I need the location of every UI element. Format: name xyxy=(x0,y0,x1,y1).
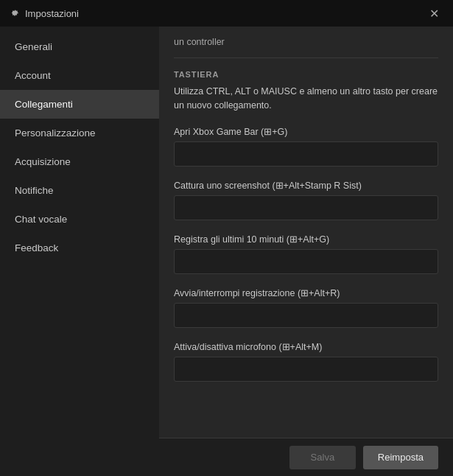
shortcut-screenshot-label: Cattura uno screenshot (⊞+Alt+Stamp R Si… xyxy=(174,180,438,191)
sidebar-item-notifiche[interactable]: Notifiche xyxy=(0,176,159,205)
shortcut-last-10-label: Registra gli ultimi 10 minuti (⊞+Alt+G) xyxy=(174,234,438,245)
titlebar: Impostazioni ✕ xyxy=(0,0,453,27)
reset-button[interactable]: Reimposta xyxy=(363,446,438,469)
shortcut-record-input[interactable] xyxy=(174,303,438,328)
shortcut-mic: Attiva/disattiva microfono (⊞+Alt+M) xyxy=(174,341,438,382)
shortcut-last-10-keys: (⊞+Alt+G) xyxy=(287,234,329,245)
save-button[interactable]: Salva xyxy=(289,446,356,469)
footer: Salva Reimposta xyxy=(159,438,453,476)
sidebar: Generali Account Collegamenti Personaliz… xyxy=(0,27,159,476)
keyboard-description: Utilizza CTRL, ALT o MAIUSC e almeno un … xyxy=(174,85,438,113)
sidebar-item-generali[interactable]: Generali xyxy=(0,32,159,61)
shortcut-record: Avvia/interrompi registrazione (⊞+Alt+R) xyxy=(174,287,438,328)
settings-window: Impostazioni ✕ Generali Account Collegam… xyxy=(0,0,453,476)
shortcut-screenshot: Cattura uno screenshot (⊞+Alt+Stamp R Si… xyxy=(174,180,438,220)
shortcut-last-10: Registra gli ultimi 10 minuti (⊞+Alt+G) xyxy=(174,234,438,274)
sidebar-item-acquisizione[interactable]: Acquisizione xyxy=(0,147,159,176)
window-title: Impostazioni xyxy=(25,8,79,19)
shortcut-screenshot-input[interactable] xyxy=(174,195,438,220)
main-panel: un controller TASTIERA Utilizza CTRL, AL… xyxy=(159,27,453,476)
shortcut-record-label: Avvia/interrompi registrazione (⊞+Alt+R) xyxy=(174,287,438,298)
sidebar-item-account[interactable]: Account xyxy=(0,61,159,90)
content-area: Generali Account Collegamenti Personaliz… xyxy=(0,27,453,476)
close-button[interactable]: ✕ xyxy=(424,3,444,24)
shortcut-xbox-game-bar-label: Apri Xbox Game Bar (⊞+G) xyxy=(174,126,438,137)
shortcut-screenshot-keys: (⊞+Alt+Stamp R Sist) xyxy=(272,181,361,191)
shortcut-mic-keys: (⊞+Alt+M) xyxy=(278,342,322,352)
main-scroll: un controller TASTIERA Utilizza CTRL, AL… xyxy=(159,27,453,438)
titlebar-left: Impostazioni xyxy=(9,8,79,19)
shortcut-xbox-game-bar-keys: (⊞+G) xyxy=(261,127,287,137)
sidebar-item-personalizzazione[interactable]: Personalizzazione xyxy=(0,119,159,147)
shortcut-mic-label: Attiva/disattiva microfono (⊞+Alt+M) xyxy=(174,341,438,352)
sidebar-item-feedback[interactable]: Feedback xyxy=(0,234,159,262)
shortcut-xbox-game-bar-input[interactable] xyxy=(174,141,438,167)
shortcut-mic-input[interactable] xyxy=(174,357,438,382)
shortcut-xbox-game-bar: Apri Xbox Game Bar (⊞+G) xyxy=(174,126,438,167)
gear-icon xyxy=(9,8,19,18)
sidebar-item-collegamenti[interactable]: Collegamenti xyxy=(0,90,159,119)
shortcut-record-keys: (⊞+Alt+R) xyxy=(298,288,340,298)
shortcut-last-10-input[interactable] xyxy=(174,249,438,274)
controller-hint: un controller xyxy=(174,27,438,58)
sidebar-item-chat-vocale[interactable]: Chat vocale xyxy=(0,205,159,234)
keyboard-section-label: TASTIERA xyxy=(174,70,438,79)
